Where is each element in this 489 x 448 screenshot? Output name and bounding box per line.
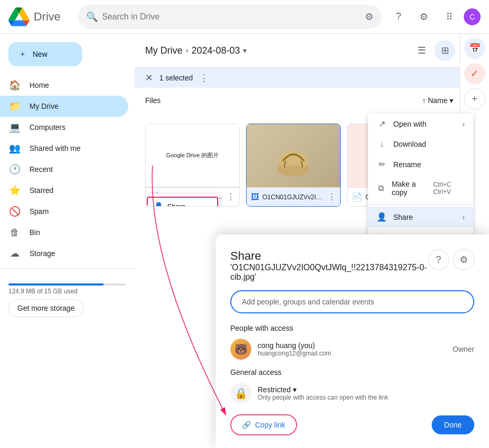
open-with-icon: ↗ [376, 119, 387, 129]
inline-share-button[interactable]: 👤 Share [147, 197, 218, 207]
share-filename: 'O1CN01GJUZVv2IO0QvtJWlq_!!2213784319275… [230, 263, 428, 282]
share-title-block: Share 'O1CN01GJUZVv2IO0QvtJWlq_!!2213784… [230, 249, 428, 282]
storage-text: 124.9 MB of 15 GB used [8, 288, 126, 295]
share-help-button[interactable]: ? [428, 249, 449, 270]
sidebar-divider [0, 268, 135, 269]
settings-button[interactable]: ⚙ [413, 6, 434, 27]
share-arrow: › [462, 213, 465, 221]
access-info: Restricted ▾ Only people with access can… [258, 385, 474, 401]
sidebar-item-home[interactable]: 🏠 Home [0, 75, 128, 96]
file-menu-2[interactable]: ⋮ [328, 192, 336, 202]
sidebar-item-starred[interactable]: ⭐ Starred [0, 180, 128, 201]
access-desc: Only people with access can open with th… [258, 394, 474, 401]
inline-context-menu: 👤 Share 🔗 Copy link [146, 194, 219, 207]
sidebar: ＋ New 🏠 Home 📁 My Drive 💻 Computers 👥 Sh… [0, 34, 135, 448]
selection-bar: ✕ 1 selected ⋮ [135, 68, 489, 88]
files-title: Files [145, 96, 418, 105]
menu-open-with[interactable]: ↗ Open with › [368, 114, 473, 134]
my-drive-icon: 📁 [8, 100, 21, 112]
sidebar-item-computers[interactable]: 💻 Computers [0, 117, 128, 138]
topbar: Drive 🔍 ⚙ ? ⚙ ⠿ C [0, 0, 489, 34]
file-card-preview-1: Google Drive 的图片 [146, 124, 239, 187]
apps-button[interactable]: ⠿ [439, 6, 460, 27]
sidebar-item-storage[interactable]: ☁ Storage [0, 243, 128, 264]
file-card-bottom-2: 🖼 O1CN01GJUZVv2IO... ⋮ [247, 187, 340, 206]
people-section-title: People with access [230, 324, 474, 332]
selection-more-button[interactable]: ⋮ [199, 72, 209, 84]
menu-make-copy[interactable]: ⧉ Make a copy Ctrl+C Ctrl+V [368, 175, 473, 202]
person-email: huangcong12@gmail.com [258, 350, 446, 357]
share-title: Share [230, 249, 428, 263]
get-more-storage-button[interactable]: Get more storage [8, 299, 84, 317]
sidebar-item-bin[interactable]: 🗑 Bin [0, 222, 128, 243]
svg-point-2 [283, 166, 304, 174]
bin-icon: 🗑 [8, 227, 21, 238]
menu-share[interactable]: 👤 Share › [368, 207, 473, 227]
sidebar-item-recent[interactable]: 🕐 Recent [0, 159, 128, 180]
storage-bar-bg [8, 283, 126, 286]
home-icon: 🏠 [8, 79, 21, 91]
link-copy-icon: 🔗 [242, 421, 251, 429]
storage-section: 124.9 MB of 15 GB used Get more storage [0, 273, 135, 323]
storage-bar-fill [8, 283, 104, 286]
sort-asc-icon: ↑ [422, 96, 426, 105]
general-access-title: General access [230, 368, 474, 376]
add-panel-button[interactable]: + [464, 88, 485, 109]
spam-icon: 🚫 [8, 206, 21, 217]
menu-rename[interactable]: ✏ Rename [368, 154, 473, 175]
avatar[interactable]: C [464, 8, 481, 25]
recent-icon: 🕐 [8, 164, 21, 175]
person-avatar: 🐻 [230, 339, 251, 360]
rename-icon: ✏ [376, 159, 387, 169]
breadcrumb-current[interactable]: 2024-08-03 [191, 45, 240, 56]
menu-download[interactable]: ↓ Download [368, 134, 473, 154]
selection-count: 1 selected [159, 74, 193, 82]
share-input[interactable]: Add people, groups and calendar events [230, 290, 474, 313]
calendar-icon[interactable]: 📅 [464, 38, 485, 59]
tune-icon[interactable]: ⚙ [365, 11, 373, 23]
shared-icon: 👥 [8, 142, 21, 154]
starred-icon: ⭐ [8, 185, 21, 196]
file-card-2[interactable]: 🖼 O1CN01GJUZVv2IO... ⋮ [246, 124, 341, 207]
grid-view-button[interactable]: ⊞ [434, 40, 455, 61]
sidebar-item-spam[interactable]: 🚫 Spam [0, 201, 128, 222]
access-row: 🔒 Restricted ▾ Only people with access c… [230, 383, 474, 404]
sidebar-item-shared[interactable]: 👥 Shared with me [0, 138, 128, 159]
copy-shortcut: Ctrl+C Ctrl+V [433, 181, 465, 196]
done-button[interactable]: Done [432, 415, 474, 434]
list-view-button[interactable]: ☰ [411, 40, 432, 61]
breadcrumb-dropdown[interactable]: ▾ [243, 46, 247, 55]
breadcrumb: My Drive › 2024-08-03 ▾ [145, 45, 407, 56]
file-menu-1[interactable]: ⋮ [227, 192, 235, 202]
new-button[interactable]: ＋ New [8, 42, 82, 66]
breadcrumb-arrow: › [186, 46, 188, 55]
help-button[interactable]: ? [388, 6, 409, 27]
share-person-icon: 👤 [154, 202, 163, 207]
download-icon: ↓ [376, 139, 387, 149]
storage-icon: ☁ [8, 248, 21, 259]
menu-divider-1 [368, 204, 473, 205]
file-name-2: O1CN01GJUZVv2IO... [262, 194, 324, 201]
sidebar-item-my-drive[interactable]: 📁 My Drive [0, 96, 128, 117]
access-type[interactable]: Restricted ▾ [258, 385, 474, 394]
open-with-arrow: › [462, 120, 465, 128]
dialog-footer: 🔗 Copy link Done [230, 414, 474, 435]
person-role: Owner [453, 345, 474, 353]
computers-icon: 💻 [8, 121, 21, 133]
search-bar[interactable]: 🔍 ⚙ [78, 5, 382, 29]
share-dialog: Share 'O1CN01GJUZVv2IO0QvtJWlq_!!2213784… [216, 235, 489, 448]
sort-button[interactable]: ↑ Name ▾ [422, 96, 453, 105]
share-settings-button[interactable]: ⚙ [453, 249, 474, 270]
share-dialog-header: Share 'O1CN01GJUZVv2IO0QvtJWlq_!!2213784… [230, 249, 474, 282]
breadcrumb-root[interactable]: My Drive [145, 45, 182, 56]
tasks-icon[interactable]: ✓ [464, 63, 485, 84]
deselect-button[interactable]: ✕ [145, 72, 153, 84]
copy-icon: ⧉ [376, 184, 385, 193]
person-info: cong huang (you) huangcong12@gmail.com [258, 341, 446, 357]
search-input[interactable] [102, 12, 361, 22]
sort-dropdown-icon: ▾ [450, 96, 453, 105]
file-card-1[interactable]: Google Drive 的图片 📄 google-drive的图片... ⋮ … [145, 124, 240, 207]
plus-icon: ＋ [19, 49, 26, 59]
copy-link-button[interactable]: 🔗 Copy link [230, 414, 297, 435]
file-card-preview-2 [247, 124, 340, 187]
